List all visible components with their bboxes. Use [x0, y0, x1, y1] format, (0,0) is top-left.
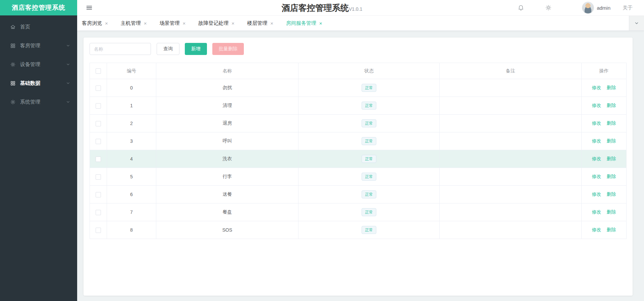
- delete-link[interactable]: 删除: [606, 227, 616, 232]
- close-icon[interactable]: ×: [144, 21, 147, 26]
- name-search-input[interactable]: [90, 43, 151, 55]
- row-status: 正常: [299, 203, 440, 221]
- delete-link[interactable]: 删除: [606, 120, 616, 126]
- service-table: 编号 名称 状态 备注 操作 0 勿扰 正常: [90, 63, 627, 239]
- status-badge: 正常: [362, 173, 376, 181]
- edit-link[interactable]: 修改: [592, 191, 601, 197]
- close-icon[interactable]: ×: [183, 21, 186, 26]
- table-header-row: 编号 名称 状态 备注 操作: [90, 63, 627, 79]
- row-status: 正常: [299, 150, 440, 168]
- row-name: 呼叫: [156, 132, 299, 150]
- edit-link[interactable]: 修改: [592, 138, 601, 143]
- close-icon[interactable]: ×: [270, 21, 273, 26]
- status-badge: 正常: [362, 137, 376, 145]
- tab-6[interactable]: 房间服务管理 ×: [286, 20, 322, 26]
- select-all-cell: [90, 63, 107, 79]
- table-row: 5 行李 正常 修改 删除: [90, 168, 627, 186]
- status-badge: 正常: [362, 84, 376, 92]
- row-actions: 修改 删除: [582, 186, 627, 203]
- row-status: 正常: [299, 79, 440, 97]
- edit-link[interactable]: 修改: [592, 85, 601, 90]
- bell-icon[interactable]: [518, 4, 524, 11]
- row-checkbox[interactable]: [96, 157, 101, 162]
- app-title: 酒店客控管理系统: [282, 2, 349, 13]
- about-link[interactable]: 关于: [623, 5, 633, 11]
- status-badge: 正常: [362, 102, 376, 110]
- sidebar-item-4[interactable]: 基础数据: [0, 74, 77, 93]
- table-row: 7 餐盘 正常 修改 删除: [90, 203, 627, 221]
- row-name: 退房: [156, 115, 299, 132]
- row-actions: 修改 删除: [582, 97, 627, 115]
- row-remark: [440, 97, 582, 115]
- delete-link[interactable]: 删除: [606, 85, 616, 90]
- sidebar-item-1[interactable]: 首页: [0, 17, 77, 36]
- tab-label: 楼层管理: [247, 20, 267, 26]
- tab-2[interactable]: 主机管理 ×: [121, 20, 147, 26]
- status-badge: 正常: [362, 155, 376, 163]
- row-status: 正常: [299, 168, 440, 186]
- edit-link[interactable]: 修改: [592, 209, 601, 215]
- row-name: SOS: [156, 221, 299, 239]
- hamburger-menu-icon[interactable]: [86, 4, 93, 11]
- close-icon[interactable]: ×: [319, 21, 322, 26]
- row-id: 4: [107, 150, 156, 168]
- gear-icon[interactable]: [545, 4, 552, 11]
- delete-link[interactable]: 删除: [606, 209, 616, 215]
- row-checkbox[interactable]: [96, 192, 101, 197]
- sidebar-item-label: 系统管理: [20, 99, 66, 105]
- content-area: 查询 新增 批量删除 编号 名称 状态: [77, 31, 644, 301]
- edit-link[interactable]: 修改: [592, 103, 601, 108]
- delete-link[interactable]: 删除: [606, 138, 616, 143]
- edit-link[interactable]: 修改: [592, 120, 601, 126]
- row-select-cell: [90, 97, 107, 115]
- tab-label: 故障登记处理: [198, 20, 228, 26]
- row-actions: 修改 删除: [582, 115, 627, 132]
- select-all-checkbox[interactable]: [96, 68, 101, 74]
- tab-3[interactable]: 场景管理 ×: [160, 20, 186, 26]
- edit-link[interactable]: 修改: [592, 227, 601, 232]
- tab-5[interactable]: 楼层管理 ×: [247, 20, 273, 26]
- content-card: 查询 新增 批量删除 编号 名称 状态: [84, 38, 633, 296]
- sidebar: 酒店客控管理系统 首页 客房管理 设备管理 基础数据 系统管理: [0, 0, 77, 301]
- username[interactable]: admin: [597, 5, 610, 11]
- column-header-id: 编号: [107, 63, 156, 79]
- tab-4[interactable]: 故障登记处理 ×: [198, 20, 234, 26]
- edit-link[interactable]: 修改: [592, 156, 601, 161]
- row-actions: 修改 删除: [582, 132, 627, 150]
- row-checkbox[interactable]: [96, 139, 101, 144]
- sidebar-item-3[interactable]: 设备管理: [0, 55, 77, 74]
- close-icon[interactable]: ×: [105, 21, 108, 26]
- batch-delete-button[interactable]: 批量删除: [212, 43, 244, 55]
- row-actions: 修改 删除: [582, 150, 627, 168]
- delete-link[interactable]: 删除: [606, 191, 616, 197]
- query-button[interactable]: 查询: [157, 43, 179, 55]
- tab-overflow-button[interactable]: [629, 16, 644, 31]
- row-checkbox[interactable]: [96, 103, 101, 109]
- delete-link[interactable]: 删除: [606, 103, 616, 108]
- delete-link[interactable]: 删除: [606, 174, 616, 179]
- sidebar-item-5[interactable]: 系统管理: [0, 93, 77, 111]
- gear-icon: [10, 62, 16, 67]
- tab-bar: 客房浏览 × 主机管理 × 场景管理 × 故障登记处理 × 楼层管理 × 房间服…: [77, 16, 644, 31]
- row-checkbox[interactable]: [96, 228, 101, 233]
- row-checkbox[interactable]: [96, 121, 101, 126]
- sidebar-item-2[interactable]: 客房管理: [0, 36, 77, 55]
- column-header-remark: 备注: [440, 63, 582, 79]
- row-status: 正常: [299, 97, 440, 115]
- tab-1[interactable]: 客房浏览 ×: [82, 20, 108, 26]
- sidebar-item-label: 客房管理: [20, 43, 66, 49]
- avatar[interactable]: [582, 2, 594, 14]
- add-button[interactable]: 新增: [185, 43, 207, 55]
- delete-link[interactable]: 删除: [606, 156, 616, 161]
- close-icon[interactable]: ×: [231, 21, 234, 26]
- edit-link[interactable]: 修改: [592, 174, 601, 179]
- row-checkbox[interactable]: [96, 174, 101, 180]
- row-checkbox[interactable]: [96, 85, 101, 91]
- chevron-down-icon: [66, 100, 70, 104]
- row-id: 2: [107, 115, 156, 132]
- status-badge: 正常: [362, 119, 376, 127]
- chevron-down-icon: [66, 43, 70, 48]
- row-checkbox[interactable]: [96, 210, 101, 215]
- main-area: 酒店客控管理系统 V1.0.1 admin 关于 客房浏览 × 主机管理 × 场…: [77, 0, 644, 301]
- row-select-cell: [90, 221, 107, 239]
